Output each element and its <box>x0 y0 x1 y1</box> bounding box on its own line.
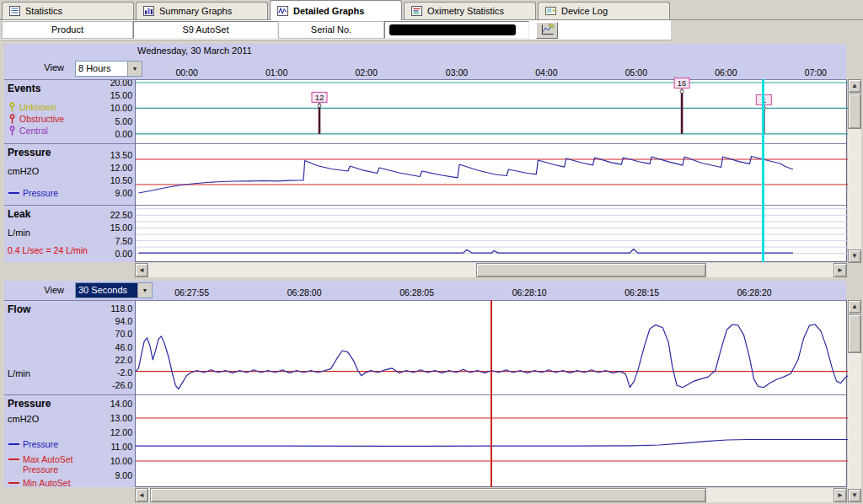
events-title: Events <box>8 83 40 94</box>
flow-panel: Flow L/min 118.094.070.046.022.0-2.0-26.… <box>4 300 135 394</box>
overview-hscroll-thumb[interactable] <box>476 263 706 277</box>
y-tick: -26.0 <box>112 380 132 390</box>
scroll-left-button[interactable]: ◄ <box>135 488 148 502</box>
detail-range-value: 30 Seconds <box>76 283 137 298</box>
tab-device-log[interactable]: Device Log <box>538 2 670 19</box>
arrow-up-icon: ▲ <box>851 83 858 89</box>
scroll-up-button[interactable]: ▲ <box>848 300 861 314</box>
pressure-panel: Pressure cmH2O Pressure13.5012.0010.509.… <box>4 143 135 205</box>
legend-label: Pressure <box>23 439 58 449</box>
detail-hscrollbar[interactable]: ◄ ► <box>135 488 847 502</box>
y-tick: 15.00 <box>110 223 132 233</box>
dropdown-arrow-icon[interactable]: ▼ <box>127 62 142 76</box>
legend-unknown: Unknown <box>8 102 56 112</box>
central-marker-icon <box>8 126 16 136</box>
tab-summary-graphs[interactable]: Summary Graphs <box>136 2 268 19</box>
scroll-right-button[interactable]: ► <box>834 488 847 502</box>
y-tick: 14.00 <box>110 399 132 409</box>
y-tick: 20.00 <box>110 79 132 88</box>
overview-vscrollbar[interactable]: ▲ ▼ <box>848 79 861 263</box>
svg-text:16: 16 <box>678 78 687 88</box>
leak-plot[interactable] <box>135 205 847 262</box>
view-label: View <box>4 281 70 300</box>
redacted-serial-value <box>389 24 516 35</box>
time-tick: 06:28:20 <box>737 287 772 298</box>
leak-unit: L/min <box>8 228 30 238</box>
tab-statistics[interactable]: Statistics <box>2 2 134 19</box>
overview-range-value: 8 Hours <box>76 62 127 76</box>
detail-range-select[interactable]: 30 Seconds ▼ <box>75 282 153 298</box>
date-text: Wednesday, 30 March 2011 <box>137 46 252 56</box>
tab-oximetry-statistics[interactable]: Oximetry Statistics <box>404 2 536 19</box>
tab-label: Oximetry Statistics <box>427 6 504 16</box>
scroll-right-button[interactable]: ► <box>834 263 847 277</box>
time-tick: 04:00 <box>535 67 557 78</box>
pressure-chart <box>136 144 848 206</box>
time-tick: 06:28:10 <box>512 287 547 298</box>
view-label: View <box>4 58 70 78</box>
obstructive-marker-icon <box>8 114 16 124</box>
y-tick: 46.0 <box>115 342 132 352</box>
arrow-down-icon: ▼ <box>851 253 858 260</box>
pressure-line-icon <box>8 188 19 194</box>
pressure-title: Pressure <box>8 398 51 410</box>
graph-settings-icon <box>540 24 555 38</box>
time-tick: 05:00 <box>625 67 647 78</box>
y-tick: 9.00 <box>115 470 132 480</box>
y-tick: 10.00 <box>110 456 132 466</box>
device-log-icon <box>545 6 556 16</box>
y-tick: 7.50 <box>115 236 132 246</box>
scroll-left-button[interactable]: ◄ <box>135 263 148 277</box>
pressure-line-icon <box>8 439 19 445</box>
y-tick: 12.00 <box>110 163 132 173</box>
y-tick: 0.00 <box>115 249 132 259</box>
svg-text:12: 12 <box>315 93 324 102</box>
legend-label: Unknown <box>19 102 56 112</box>
detail-vscrollbar[interactable]: ▲ ▼ <box>848 300 861 502</box>
y-tick: 10.50 <box>110 175 132 185</box>
flow-title: Flow <box>8 303 30 315</box>
product-label: Product <box>2 21 133 39</box>
arrow-left-icon: ◄ <box>138 492 145 499</box>
dropdown-arrow-icon[interactable]: ▼ <box>137 283 152 298</box>
scroll-up-button[interactable]: ▲ <box>848 79 861 93</box>
time-tick: 06:28:05 <box>399 287 434 298</box>
events-plot[interactable]: 12161 <box>135 79 847 143</box>
leak-panel: Leak L/min 0.4 L/sec = 24 L/min 22.5015.… <box>4 205 135 262</box>
overview-range-select[interactable]: 8 Hours ▼ <box>75 61 142 77</box>
legend-pressure: Pressure <box>8 188 58 198</box>
legend-label: Pressure <box>23 188 58 198</box>
pressure-unit: cmH2O <box>8 166 39 176</box>
y-tick: 118.0 <box>111 303 133 314</box>
detail-vscroll-thumb[interactable] <box>848 314 861 353</box>
events-chart: 12161 <box>136 80 848 144</box>
time-tick: 06:28:00 <box>287 287 322 298</box>
arrow-up-icon: ▲ <box>851 303 858 310</box>
y-tick: 13.00 <box>110 413 132 423</box>
legend-pressure: Pressure <box>8 439 58 449</box>
tab-label: Statistics <box>25 6 62 16</box>
y-tick: 94.0 <box>115 316 132 326</box>
y-tick: 0.00 <box>115 129 132 139</box>
overview-hscrollbar[interactable]: ◄ ► <box>135 263 847 277</box>
overview-vscroll-thumb[interactable] <box>848 94 861 129</box>
legend-central: Central <box>8 126 48 136</box>
unknown-marker-icon <box>8 102 16 112</box>
detail-hscroll-thumb[interactable] <box>150 488 706 502</box>
scroll-down-button[interactable]: ▼ <box>848 249 861 263</box>
overview-toolbar: View 8 Hours ▼ 00:0001:0002:0003:0004:00… <box>4 58 846 79</box>
serial-value-field <box>384 21 529 39</box>
tab-detailed-graphs[interactable]: Detailed Graphs <box>270 0 402 20</box>
detail-pressure-chart <box>136 395 848 488</box>
y-tick: 12.00 <box>110 427 132 437</box>
tab-bar: StatisticsSummary GraphsDetailed GraphsO… <box>0 0 863 20</box>
pressure-plot[interactable] <box>135 143 847 205</box>
scroll-down-button[interactable]: ▼ <box>848 489 861 502</box>
graph-settings-button[interactable] <box>536 22 558 39</box>
events-panel: Events UnknownObstructiveCentral20.0015.… <box>4 79 135 143</box>
pressure-unit: cmH2O <box>8 414 39 424</box>
time-tick: 01:00 <box>265 67 287 78</box>
y-tick: 13.50 <box>110 150 132 160</box>
summary-graphs-icon <box>143 6 154 16</box>
max-autoset-pressure-line-icon <box>8 454 19 460</box>
